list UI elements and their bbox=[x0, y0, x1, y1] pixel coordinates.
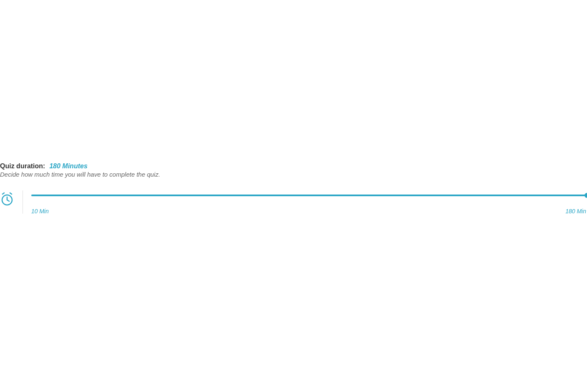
slider-min-label: 10 Min bbox=[31, 208, 49, 215]
slider-thumb[interactable] bbox=[585, 193, 587, 198]
duration-slider[interactable] bbox=[31, 195, 587, 196]
duration-value: 180 Minutes bbox=[49, 162, 87, 170]
duration-slider-row: 10 Min 180 Min bbox=[0, 190, 587, 215]
duration-header: Quiz duration: 180 Minutes bbox=[0, 162, 587, 170]
duration-label: Quiz duration: bbox=[0, 162, 45, 170]
vertical-divider bbox=[22, 190, 23, 214]
slider-labels: 10 Min 180 Min bbox=[31, 208, 587, 215]
slider-max-label: 180 Min bbox=[565, 208, 586, 215]
duration-slider-container: 10 Min 180 Min bbox=[31, 190, 587, 215]
quiz-duration-section: Quiz duration: 180 Minutes Decide how mu… bbox=[0, 162, 587, 215]
clock-icon-wrap bbox=[0, 190, 14, 206]
clock-icon bbox=[0, 192, 14, 206]
duration-description: Decide how much time you will have to co… bbox=[0, 171, 587, 178]
